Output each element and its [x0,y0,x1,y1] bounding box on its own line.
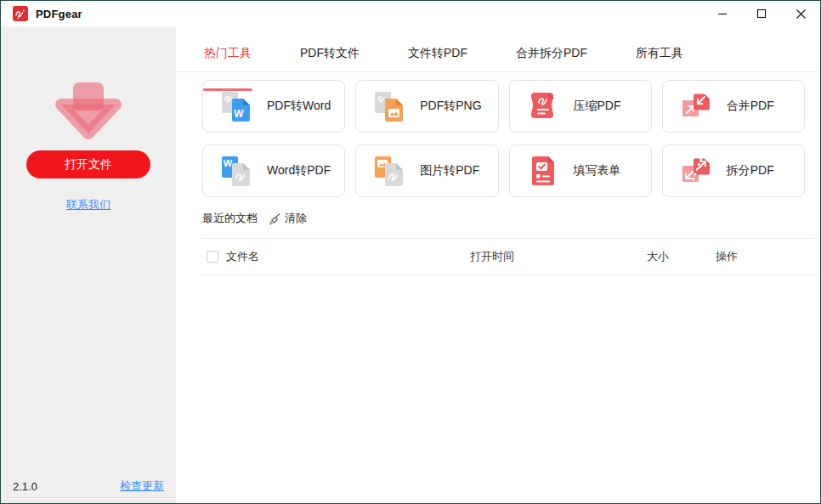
recent-docs-table: 文件名 打开时间 大小 操作 [201,238,820,471]
compress-pdf-icon [526,89,560,123]
window-controls [703,1,820,26]
column-header-open-time: 打开时间 [463,249,633,264]
tool-card-fill-form[interactable]: 填写表单 [509,144,652,197]
maximize-button[interactable] [742,1,781,26]
pdf-to-png-icon [372,89,406,123]
minimize-icon [717,8,728,19]
fill-form-icon [526,154,560,188]
main-panel: 热门工具 PDF转文件 文件转PDF 合并拆分PDF 所有工具 W PDF转Wo [176,26,820,503]
tool-card-image-to-pdf[interactable]: 图片转PDF [355,144,498,197]
minimize-button[interactable] [703,1,742,26]
contact-us-link[interactable]: 联系我们 [66,197,110,212]
recent-docs-title: 最近的文档 [202,211,258,226]
app-window: PDFgear 打开文件 联系我们 2.1.0 检查更新 [0,0,821,504]
version-label: 2.1.0 [13,480,37,493]
sidebar: 打开文件 联系我们 2.1.0 检查更新 [1,26,176,503]
tool-card-pdf-to-png[interactable]: PDF转PNG [355,80,498,133]
select-all-checkbox[interactable] [207,251,218,263]
table-empty-body [201,275,820,471]
tab-all-tools[interactable]: 所有工具 [636,46,683,71]
tab-file-to-pdf[interactable]: 文件转PDF [408,46,467,71]
column-header-filename: 文件名 [219,249,463,264]
app-title: PDFgear [36,8,82,20]
image-to-pdf-icon [372,154,406,188]
recent-docs-header: 最近的文档 清除 [202,210,820,227]
open-file-button[interactable]: 打开文件 [26,150,150,178]
download-arrow-icon [37,81,139,142]
maximize-icon [756,8,767,19]
merge-pdf-icon [679,89,713,123]
split-pdf-icon [679,154,713,188]
tool-tabs: 热门工具 PDF转文件 文件转PDF 合并拆分PDF 所有工具 [176,26,820,72]
tab-hot-tools[interactable]: 热门工具 [204,46,252,71]
active-tab-underline [203,88,252,91]
broom-icon [269,212,281,225]
svg-text:W: W [224,158,233,168]
tool-card-word-to-pdf[interactable]: W Word转PDF [202,144,345,197]
column-header-operation: 操作 [702,249,820,264]
table-header-row: 文件名 打开时间 大小 操作 [201,238,820,275]
tool-card-split-pdf[interactable]: 拆分PDF [662,144,805,197]
tab-pdf-to-file[interactable]: PDF转文件 [300,46,360,71]
svg-text:W: W [234,108,244,120]
column-header-size: 大小 [633,249,702,264]
close-button[interactable] [781,1,820,26]
tab-merge-split[interactable]: 合并拆分PDF [516,46,587,71]
tool-card-merge-pdf[interactable]: 合并PDF [662,80,805,133]
clear-recent-button[interactable]: 清除 [269,211,307,226]
sidebar-footer: 2.1.0 检查更新 [13,479,164,494]
word-to-pdf-icon: W [219,154,253,188]
close-icon [796,8,807,20]
check-update-link[interactable]: 检查更新 [120,479,164,494]
pdfgear-logo-icon [13,6,28,21]
tool-card-grid: W PDF转Word PDF转PNG [202,80,805,197]
titlebar: PDFgear [1,1,820,26]
tool-card-compress-pdf[interactable]: 压缩PDF [509,80,652,133]
pdf-to-word-icon: W [219,89,253,123]
